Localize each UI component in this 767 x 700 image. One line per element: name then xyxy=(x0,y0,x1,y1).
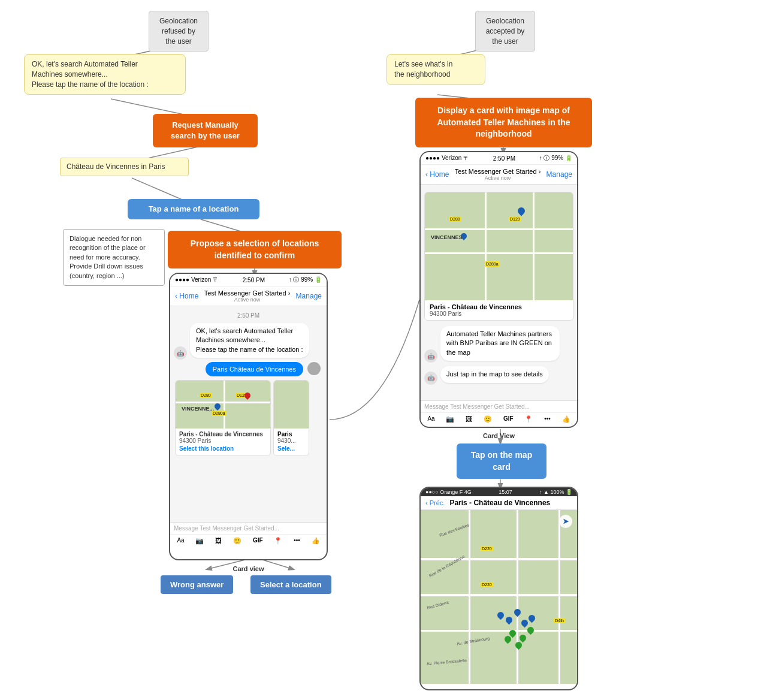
phone2-status-bar: ●●●● Verizon 〒 2:50 PM ↑ ⓘ 99% 🔋 xyxy=(421,152,577,165)
phone1-bot-msg1: OK, let's search Automated Teller Machin… xyxy=(190,323,309,358)
phone1-bottom-icons: Aa 📷 🖼 🙂 GIF 📍 ••• 👍 xyxy=(170,534,327,547)
phone1-label: Card view xyxy=(169,565,328,572)
phone2-card-info: Paris - Château de Vincennes 94300 Paris xyxy=(425,300,573,320)
phone1-aa-icon[interactable]: Aa xyxy=(177,537,184,545)
request-manually-box: Request Manually search by the user xyxy=(153,114,258,147)
phone2-label: Card View xyxy=(419,432,578,439)
phone1-bot-avatar: 🤖 xyxy=(174,346,187,360)
phone1-manage-btn[interactable]: Manage xyxy=(296,292,322,300)
phone1-location-icon[interactable]: 📍 xyxy=(274,537,282,545)
road-h1 xyxy=(176,402,270,403)
phone1-back-btn[interactable]: ‹ Home xyxy=(175,292,198,300)
phone3-map-area[interactable]: D220 D220 D4th Rue de la République Rue … xyxy=(421,510,577,684)
road-label1: D280 xyxy=(200,393,212,398)
phone1-chat-body: 2:50 PM 🤖 OK, let's search Automated Tel… xyxy=(170,306,327,522)
connector-lines xyxy=(0,0,767,700)
phone1-camera-icon[interactable]: 📷 xyxy=(195,537,204,545)
phone1-user-row: Paris Château de Vincennes xyxy=(176,362,321,376)
phone1-card-info1: Paris - Château de Vincennes 94300 Paris… xyxy=(176,429,270,455)
phone2-gif-icon[interactable]: GIF xyxy=(503,415,514,423)
phone1-user-avatar xyxy=(307,362,321,375)
phone1-card-info2: Paris 9430... Sele... xyxy=(274,429,309,455)
phone1-card-map2 xyxy=(274,381,309,429)
phone1-more-icon[interactable]: ••• xyxy=(294,537,300,545)
phone2-input-area: Message Test Messenger Get Started... xyxy=(421,400,577,412)
phone2-location-icon[interactable]: 📍 xyxy=(524,415,533,423)
phone3-title: Paris - Château de Vincennes xyxy=(449,499,550,507)
phone1-card-1[interactable]: D280 D120 D280a VINCENNE... Paris - Chât… xyxy=(175,380,271,456)
phone1-title-area: Test Messenger Get Started › Active now xyxy=(204,289,291,303)
speech-bubble-left: OK, let's search Automated TellerMachine… xyxy=(24,54,186,95)
phone1-status-bar: ●●●● Verizon 〒 2:50 PM ↑ ⓘ 99% 🔋 xyxy=(170,274,327,286)
display-card-box: Display a card with image map of Automat… xyxy=(415,98,592,147)
phone2-emoji-icon[interactable]: 🙂 xyxy=(484,415,492,423)
phone2-aa-icon[interactable]: Aa xyxy=(427,415,434,423)
phone2-title-area: Test Messenger Get Started › Active now xyxy=(455,168,541,181)
phone-mockup-2: ●●●● Verizon 〒 2:50 PM ↑ ⓘ 99% 🔋 ‹ Home … xyxy=(419,151,578,428)
geo-refused-box: Geolocation refused by the user xyxy=(149,11,209,52)
phone1-emoji-icon[interactable]: 🙂 xyxy=(233,537,241,545)
phone1-card-carousel: D280 D120 D280a VINCENNE... Paris - Chât… xyxy=(175,380,322,456)
phone1-select-btn2[interactable]: Sele... xyxy=(277,444,305,453)
speech-bubble-right: Let's see what's inthe neighborhood xyxy=(386,54,485,85)
phone2-chat-body: D280 D120 D280a VINCENNES Paris - Châtea… xyxy=(421,185,577,400)
phone1-like-icon[interactable]: 👍 xyxy=(312,537,320,545)
phone2-bot-avatar2: 🤖 xyxy=(424,372,437,385)
phone2-more-icon[interactable]: ••• xyxy=(544,415,551,423)
phone1-header: ‹ Home Test Messenger Get Started › Acti… xyxy=(170,286,327,306)
tap-name-box: Tap a name of a location xyxy=(128,199,259,219)
phone2-bot-avatar: 🤖 xyxy=(424,349,437,363)
phone3-back-btn[interactable]: ‹ Préc. xyxy=(425,499,445,506)
phone2-camera-icon[interactable]: 📷 xyxy=(446,415,454,423)
phone2-bot-row1: 🤖 Automated Teller Machines partners wit… xyxy=(424,324,573,363)
road-v1 xyxy=(224,381,225,429)
phone-mockup-1: ●●●● Verizon 〒 2:50 PM ↑ ⓘ 99% 🔋 ‹ Home … xyxy=(169,273,328,560)
phone1-chat-time: 2:50 PM xyxy=(174,312,323,319)
chateau-label: Château de Vincennes in Paris xyxy=(60,158,189,176)
phone2-atm-card[interactable]: D280 D120 D280a VINCENNES Paris - Châtea… xyxy=(424,192,573,321)
phone-mockup-3: ●●○○ Orange F 4G 15:07 ↑ ▲ 100% 🔋 ‹ Préc… xyxy=(419,487,578,690)
phone1-gif-icon[interactable]: GIF xyxy=(253,537,263,545)
phone1-input-area: Message Test Messenger Get Started... xyxy=(170,522,327,534)
phone1-card-map1: D280 D120 D280a VINCENNE... xyxy=(176,381,270,429)
geo-accepted-box: Geolocationaccepted bythe user xyxy=(475,11,535,52)
phone1-bot-row1: 🤖 OK, let's search Automated Teller Mach… xyxy=(174,321,323,360)
phone2-map-area: D280 D120 D280a VINCENNES xyxy=(425,192,573,300)
tap-map-card-box: Tap on the map card xyxy=(457,443,546,479)
phone2-bot-msg1: Automated Teller Machines partners with … xyxy=(440,326,560,361)
wrong-answer-button[interactable]: Wrong answer xyxy=(161,575,233,594)
dialogue-needed-box: Dialogue needed for non recognition of t… xyxy=(63,229,165,286)
select-location-button[interactable]: Select a location xyxy=(250,575,331,594)
phone1-card-2[interactable]: Paris 9430... Sele... xyxy=(273,380,309,456)
propose-selection-box: Propose a selection of locations identif… xyxy=(168,231,342,268)
phone2-like-icon[interactable]: 👍 xyxy=(562,415,570,423)
phone2-gallery-icon[interactable]: 🖼 xyxy=(466,415,472,423)
phone2-bottom-icons: Aa 📷 🖼 🙂 GIF 📍 ••• 👍 xyxy=(421,412,577,426)
map-vincennes-label1: VINCENNE... xyxy=(182,406,214,412)
phone2-header: ‹ Home Test Messenger Get Started › Acti… xyxy=(421,165,577,185)
phone3-status-bar: ●●○○ Orange F 4G 15:07 ↑ ▲ 100% 🔋 xyxy=(421,488,577,496)
phone2-manage-btn[interactable]: Manage xyxy=(546,170,572,179)
phone1-select-btn1[interactable]: Select this location xyxy=(179,444,267,453)
phone2-bot-msg2: Just tap in the map to see details xyxy=(440,366,549,382)
map-pin-blue1 xyxy=(213,402,222,411)
phone2-bot-row2: 🤖 Just tap in the map to see details xyxy=(424,364,573,384)
phone1-user-msg: Paris Château de Vincennes xyxy=(206,362,303,376)
phone3-header: ‹ Préc. Paris - Château de Vincennes xyxy=(421,496,577,510)
phone2-back-btn[interactable]: ‹ Home xyxy=(425,170,449,179)
phone3-nav-arrow[interactable]: ➤ xyxy=(559,515,572,528)
diagram-container: Geolocation refused by the user OK, let'… xyxy=(0,0,767,700)
phone1-gallery-icon[interactable]: 🖼 xyxy=(215,537,222,545)
